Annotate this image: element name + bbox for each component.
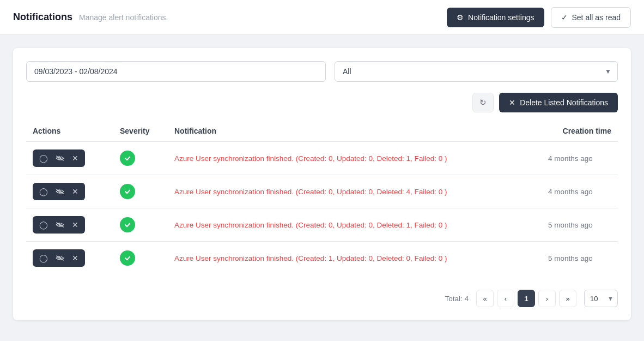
set-all-read-label: Set all as read (572, 13, 621, 22)
date-range-input[interactable] (26, 61, 326, 82)
severity-success-icon (120, 250, 135, 266)
view-button[interactable]: ◯ (36, 252, 51, 265)
row-actions-cell: ◯ ✕ (26, 175, 113, 208)
hide-button[interactable] (52, 219, 68, 230)
eye-slash-icon (56, 255, 64, 261)
hide-button[interactable] (52, 253, 68, 264)
view-button[interactable]: ◯ (36, 185, 51, 198)
eye-slash-icon (56, 155, 64, 161)
col-header-notification: Notification (168, 121, 542, 141)
notification-text: Azure User synchronization finished. (Cr… (174, 188, 447, 196)
action-buttons-group: ◯ ✕ (33, 216, 85, 234)
creation-time-text: 4 months ago (548, 154, 593, 163)
refresh-icon: ↻ (479, 98, 487, 107)
first-page-button[interactable]: « (476, 290, 494, 307)
notification-text: Azure User synchronization finished. (Cr… (174, 221, 447, 229)
severity-filter-select[interactable]: All Critical High Medium Low Info (335, 61, 618, 82)
table-row: ◯ ✕ Azure User (26, 141, 618, 175)
action-buttons-group: ◯ ✕ (33, 183, 85, 200)
notifications-table: Actions Severity Notification Creation t… (26, 121, 618, 274)
table-header-row: Actions Severity Notification Creation t… (26, 121, 618, 141)
hide-button[interactable] (52, 153, 68, 164)
view-button[interactable]: ◯ (36, 218, 51, 231)
col-header-actions: Actions (26, 121, 113, 141)
row-notification-cell: Azure User synchronization finished. (Cr… (168, 208, 542, 242)
total-count-label: Total: 4 (445, 295, 469, 303)
table-row: ◯ ✕ Azure User (26, 175, 618, 208)
current-page-button[interactable]: 1 (518, 290, 535, 307)
page-title: Notifications (13, 11, 72, 23)
col-header-creation-time: Creation time (542, 121, 618, 141)
row-notification-cell: Azure User synchronization finished. (Cr… (168, 242, 542, 275)
severity-success-icon (120, 217, 135, 232)
hide-button[interactable] (52, 186, 68, 197)
delete-button[interactable]: ✕ (69, 152, 82, 165)
row-creation-time-cell: 5 months ago (542, 242, 618, 275)
row-actions-cell: ◯ ✕ (26, 242, 113, 275)
top-bar-left: Notifications Manage alert notifications… (13, 11, 168, 23)
delete-button[interactable]: ✕ (69, 218, 82, 231)
filters-row: All Critical High Medium Low Info ▼ (26, 61, 618, 82)
delete-button[interactable]: ✕ (69, 185, 82, 198)
eye-slash-icon (56, 188, 64, 195)
row-notification-cell: Azure User synchronization finished. (Cr… (168, 175, 542, 208)
refresh-button[interactable]: ↻ (472, 93, 494, 112)
severity-success-icon (120, 184, 135, 199)
prev-page-button[interactable]: ‹ (497, 290, 514, 307)
delete-button[interactable]: ✕ (69, 252, 82, 265)
page-size-wrapper: 10 20 50 100 ▼ (584, 290, 618, 307)
creation-time-text: 5 months ago (548, 254, 593, 262)
row-notification-cell: Azure User synchronization finished. (Cr… (168, 141, 542, 175)
row-actions-cell: ◯ ✕ (26, 208, 113, 242)
actions-row: ↻ ✕ Delete Listed Notifications (26, 93, 618, 112)
row-severity-cell (113, 208, 168, 242)
row-severity-cell (113, 141, 168, 175)
page-subtitle: Manage alert notifications. (79, 13, 168, 22)
col-header-severity: Severity (113, 121, 168, 141)
creation-time-text: 5 months ago (548, 221, 593, 229)
creation-time-text: 4 months ago (548, 188, 593, 196)
eye-slash-icon (56, 222, 64, 228)
row-severity-cell (113, 175, 168, 208)
top-bar-right: ⚙ Notification settings ✓ Set all as rea… (447, 7, 631, 28)
severity-filter-wrapper: All Critical High Medium Low Info ▼ (335, 61, 618, 82)
page-size-select[interactable]: 10 20 50 100 (584, 290, 618, 307)
view-button[interactable]: ◯ (36, 152, 51, 165)
row-actions-cell: ◯ ✕ (26, 141, 113, 175)
table-row: ◯ ✕ Azure User (26, 242, 618, 275)
delete-listed-button[interactable]: ✕ Delete Listed Notifications (499, 93, 618, 112)
action-buttons-group: ◯ ✕ (33, 249, 85, 267)
next-page-button[interactable]: › (538, 290, 556, 307)
severity-success-icon (120, 151, 135, 166)
action-buttons-group: ◯ ✕ (33, 149, 85, 167)
row-creation-time-cell: 5 months ago (542, 208, 618, 242)
gear-icon: ⚙ (457, 13, 464, 22)
row-severity-cell (113, 242, 168, 275)
table-row: ◯ ✕ Azure User (26, 208, 618, 242)
close-icon: ✕ (509, 98, 515, 107)
delete-listed-label: Delete Listed Notifications (520, 98, 608, 107)
pagination-row: Total: 4 « ‹ 1 › » 10 20 50 100 ▼ (26, 285, 618, 307)
row-creation-time-cell: 4 months ago (542, 175, 618, 208)
notification-text: Azure User synchronization finished. (Cr… (174, 154, 447, 163)
notification-settings-button[interactable]: ⚙ Notification settings (447, 8, 544, 27)
row-creation-time-cell: 4 months ago (542, 141, 618, 175)
notifications-card: All Critical High Medium Low Info ▼ ↻ ✕ … (13, 48, 631, 320)
set-all-read-button[interactable]: ✓ Set all as read (551, 7, 631, 28)
notification-text: Azure User synchronization finished. (Cr… (174, 254, 447, 262)
notification-settings-label: Notification settings (468, 13, 534, 22)
check-icon: ✓ (561, 13, 568, 22)
main-content: All Critical High Medium Low Info ▼ ↻ ✕ … (0, 35, 644, 333)
last-page-button[interactable]: » (559, 290, 576, 307)
top-bar: Notifications Manage alert notifications… (0, 0, 644, 35)
